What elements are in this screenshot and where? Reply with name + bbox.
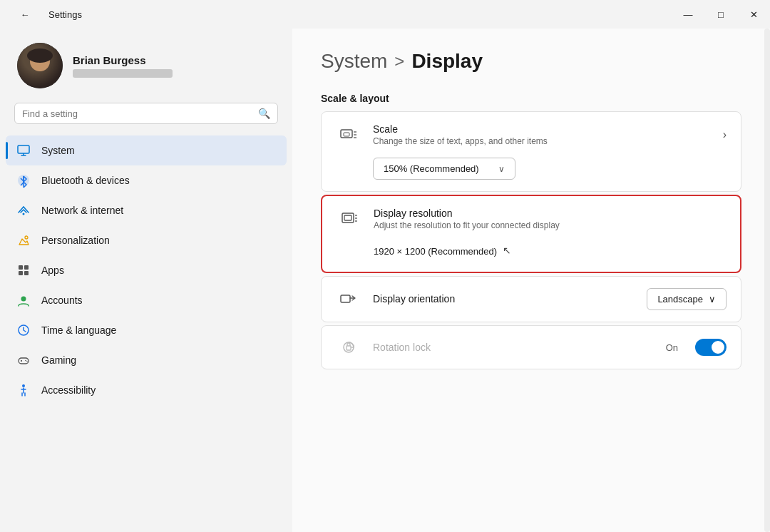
- user-profile: Brian Burgess: [0, 29, 292, 100]
- user-name: Brian Burgess: [73, 54, 173, 66]
- orientation-dropdown[interactable]: Landscape ∨: [647, 288, 727, 310]
- breadcrumb-separator: >: [394, 51, 404, 71]
- avatar: [17, 43, 63, 88]
- scale-text: Scale Change the size of text, apps, and…: [373, 123, 712, 146]
- resolution-icon: [337, 209, 362, 229]
- scale-value: 150% (Recommended): [384, 163, 479, 174]
- system-icon: [16, 143, 31, 158]
- svg-point-16: [26, 361, 28, 362]
- breadcrumb-current: Display: [411, 50, 483, 73]
- svg-point-4: [23, 213, 25, 215]
- scale-dropdown-chevron-icon: ∨: [498, 164, 505, 174]
- sidebar-item-accounts[interactable]: Accounts: [6, 285, 287, 315]
- sidebar-item-bluetooth-label: Bluetooth & devices: [41, 175, 130, 186]
- sidebar-item-gaming[interactable]: Gaming: [6, 345, 287, 375]
- sidebar-item-time-label: Time & language: [41, 324, 116, 336]
- sidebar-item-network-label: Network & internet: [41, 205, 123, 216]
- svg-rect-28: [341, 295, 350, 302]
- section-label: Scale & layout: [321, 93, 741, 104]
- sidebar-item-accessibility-label: Accessibility: [41, 384, 96, 396]
- resolution-description: Adjust the resolution to fit your connec…: [374, 220, 726, 230]
- sidebar-item-gaming-label: Gaming: [41, 354, 76, 366]
- back-button[interactable]: ←: [9, 0, 41, 29]
- personalization-icon: [16, 232, 31, 248]
- bluetooth-icon: [16, 173, 31, 188]
- orientation-icon: [336, 290, 361, 310]
- rotation-card: Rotation lock On: [321, 325, 741, 369]
- rotation-title: Rotation lock: [373, 342, 654, 353]
- orientation-right: Landscape ∨: [647, 288, 727, 310]
- apps-icon: [16, 262, 31, 278]
- scale-dropdown-row: 150% (Recommended) ∨: [322, 158, 741, 191]
- sidebar-item-personalization-label: Personalization: [41, 235, 110, 246]
- maximize-button[interactable]: □: [704, 0, 737, 29]
- close-button[interactable]: ✕: [737, 0, 770, 29]
- sidebar-nav: System Bluetooth & devices: [0, 133, 292, 532]
- rotation-icon-area: [336, 337, 361, 357]
- scrollbar[interactable]: [764, 29, 770, 532]
- sidebar-item-apps[interactable]: Apps: [6, 255, 287, 285]
- search-input[interactable]: [22, 108, 252, 119]
- resolution-value: 1920 × 1200 (Recommended): [374, 246, 497, 257]
- svg-point-10: [21, 297, 26, 302]
- titlebar-controls: — □ ✕: [672, 0, 770, 29]
- page-title: System > Display: [321, 50, 741, 73]
- svg-rect-0: [18, 145, 29, 153]
- svg-rect-24: [344, 215, 351, 220]
- scale-title: Scale: [373, 123, 712, 135]
- scale-chevron-icon: ›: [723, 128, 727, 141]
- orientation-title: Display orientation: [373, 293, 635, 305]
- rotation-toggle[interactable]: [695, 339, 727, 356]
- svg-rect-9: [24, 271, 29, 275]
- svg-rect-30: [346, 346, 351, 350]
- svg-rect-6: [19, 265, 23, 270]
- time-icon: [16, 322, 31, 338]
- sidebar-item-apps-label: Apps: [41, 265, 64, 276]
- sidebar-item-accessibility[interactable]: Accessibility: [6, 375, 287, 405]
- main-content: System > Display Scale & layout: [292, 29, 770, 532]
- user-email-blurred: [73, 69, 173, 78]
- sidebar-item-system[interactable]: System: [6, 135, 287, 165]
- sidebar-item-accounts-label: Accounts: [41, 295, 83, 306]
- search-container: 🔍: [0, 100, 292, 133]
- sidebar-item-system-label: System: [41, 145, 75, 156]
- user-info: Brian Burgess: [73, 54, 173, 78]
- resolution-card: Display resolution Adjust the resolution…: [321, 195, 741, 273]
- svg-rect-8: [19, 271, 23, 275]
- svg-point-15: [25, 360, 26, 362]
- accessibility-icon: [16, 382, 31, 398]
- search-box[interactable]: 🔍: [14, 103, 278, 124]
- orientation-value: Landscape: [657, 294, 703, 305]
- resolution-text: Display resolution Adjust the resolution…: [374, 208, 726, 230]
- cursor-icon: [503, 245, 511, 257]
- titlebar: ← Settings — □ ✕: [0, 0, 770, 29]
- scale-row: Scale Change the size of text, apps, and…: [322, 112, 741, 158]
- resolution-dropdown[interactable]: 1920 × 1200 (Recommended): [374, 242, 511, 260]
- sidebar-item-personalization[interactable]: Personalization: [6, 225, 287, 255]
- minimize-button[interactable]: —: [672, 0, 704, 29]
- scale-card: Scale Change the size of text, apps, and…: [321, 111, 741, 192]
- search-icon: 🔍: [258, 108, 270, 119]
- svg-point-5: [25, 236, 28, 239]
- app-body: Brian Burgess 🔍 System: [0, 29, 770, 532]
- orientation-row: Display orientation Landscape ∨: [322, 277, 741, 322]
- svg-rect-7: [24, 265, 29, 270]
- scale-dropdown[interactable]: 150% (Recommended) ∨: [373, 158, 515, 180]
- svg-rect-19: [344, 133, 349, 136]
- orientation-chevron-icon: ∨: [709, 294, 716, 305]
- orientation-card: Display orientation Landscape ∨: [321, 276, 741, 322]
- sidebar: Brian Burgess 🔍 System: [0, 29, 292, 532]
- sidebar-item-time[interactable]: Time & language: [6, 315, 287, 345]
- sidebar-item-network[interactable]: Network & internet: [6, 195, 287, 225]
- svg-rect-12: [19, 358, 29, 364]
- resolution-dropdown-row: 1920 × 1200 (Recommended): [322, 242, 740, 272]
- scale-description: Change the size of text, apps, and other…: [373, 136, 712, 146]
- avatar-image: [17, 43, 63, 88]
- accounts-icon: [16, 292, 31, 308]
- rotation-toggle-label: On: [666, 342, 678, 353]
- sidebar-item-bluetooth[interactable]: Bluetooth & devices: [6, 165, 287, 195]
- gaming-icon: [16, 352, 31, 368]
- orientation-text: Display orientation: [373, 293, 635, 306]
- resolution-row: Display resolution Adjust the resolution…: [322, 196, 740, 242]
- network-icon: [16, 203, 31, 218]
